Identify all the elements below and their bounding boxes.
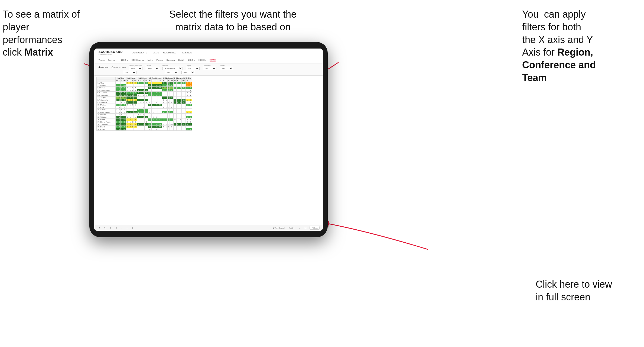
table-row: 2. L Clanton 2-16 01013 101-6 22 xyxy=(97,84,192,87)
table-row: 11. M Ege 010 010 0104 xyxy=(97,106,192,109)
row-name: 5. M La Sasso xyxy=(97,92,116,94)
conference-label: Conference xyxy=(203,65,216,66)
undo-button[interactable]: ↺ xyxy=(97,226,101,229)
screen-content: SCOREBOARD Powered by clippd TOURNAMENTS… xyxy=(94,49,323,231)
row-name: 17. S De La Fuente xyxy=(97,121,116,123)
h-d1: Dif xyxy=(123,79,126,82)
settings-button[interactable]: ⚙ xyxy=(131,226,134,229)
h-w3: W xyxy=(137,79,140,82)
players-label: Players xyxy=(220,65,233,66)
h-l4: L xyxy=(152,79,155,82)
h-d6: Dif xyxy=(181,79,186,82)
expand-button[interactable]: ⤢ xyxy=(298,226,301,229)
tab-h2h-heatmap[interactable]: H2H Heatmap xyxy=(131,58,144,62)
table-row: 15. P Maichon 11 11-19 4101 -722 22 xyxy=(97,116,192,118)
h-w4: W xyxy=(148,79,152,82)
refresh-button[interactable]: ⟳ xyxy=(109,226,112,229)
row-name: 2. L Clanton xyxy=(97,84,116,87)
tab-teams[interactable]: Teams xyxy=(99,58,105,62)
share-button[interactable]: ↗ Share xyxy=(310,226,320,230)
annotation-top-right-text: You can applyfilters for boththe X axis … xyxy=(522,9,596,83)
h-w2: W xyxy=(126,79,129,82)
col-3-koivun: 3. J Koivun xyxy=(137,77,148,79)
annotation-bottom-right-text: Click here to viewin full screen xyxy=(536,279,612,303)
col-2-clanton: 2. L Clanton xyxy=(126,77,137,79)
nav-tournaments[interactable]: TOURNAMENTS xyxy=(130,51,147,54)
table-row: 12. M Riedel 110-6 1101 xyxy=(97,109,192,111)
h-t6: T xyxy=(179,79,181,82)
table-row: 8. P Summerhays 521-48 220-16 01 -11 12 xyxy=(97,99,192,101)
tab-h2hh[interactable]: H2H H... xyxy=(199,58,206,62)
filter-full-view[interactable]: Full View xyxy=(99,66,108,68)
annotation-top-left: To see a matrix ofplayer performancescli… xyxy=(3,8,89,59)
matrix-container[interactable]: 1. W Ding 2. L Clanton 3. J Koivun 4. M … xyxy=(94,76,323,225)
conference-select[interactable]: (All) xyxy=(203,67,216,70)
gender-label: Gender xyxy=(146,65,159,66)
players-select[interactable]: (All) xyxy=(220,67,233,70)
h-d5: Dif xyxy=(170,79,173,82)
view-original-button[interactable]: ◉ View: Original xyxy=(272,226,286,229)
division-label: Division xyxy=(162,65,183,66)
region-select[interactable]: N/A xyxy=(186,67,200,70)
filter-region-2: N/A xyxy=(123,71,136,74)
table-row: 1. W Ding 12011 1100 -2 12017 0010 02 xyxy=(97,82,192,84)
zoom-out-button[interactable]: − xyxy=(126,227,129,229)
nav-committee[interactable]: COMMITTEE xyxy=(163,51,176,54)
tab-detail[interactable]: Detail xyxy=(178,58,184,62)
table-row: 9. N Gabrelcik 00 9 010 0101 0111 1001 1 xyxy=(97,101,192,104)
row-name: 8. P Summerhays xyxy=(97,99,116,101)
conference-select-2[interactable]: (All) xyxy=(165,71,178,74)
row-name: 10. B Valdes xyxy=(97,104,116,106)
matrix-corner-header xyxy=(97,77,116,79)
logo-title: SCOREBOARD xyxy=(99,50,123,53)
row-name: 13. J Skov Olesen xyxy=(97,111,116,114)
tab-summary2[interactable]: Summary xyxy=(166,58,175,62)
filter-row-2: N/A (All) (All) xyxy=(99,71,318,74)
tab-matrix-active[interactable]: Matrix xyxy=(210,58,216,62)
table-row: 10. B Valdes 1101 0101 01011 11 xyxy=(97,104,192,106)
tab-players[interactable]: Players xyxy=(156,58,163,62)
row-name: 14. J Lundin xyxy=(97,114,116,116)
region-select-2[interactable]: N/A xyxy=(123,71,136,74)
tab-h2h-grid[interactable]: H2H Grid xyxy=(120,58,128,62)
row-name: 4. M Thorbjornsen xyxy=(97,89,116,92)
filter-gender: Gender Men's xyxy=(146,65,159,70)
filter-compact-view[interactable]: Compact View xyxy=(112,66,126,68)
h-t2: T xyxy=(131,79,134,82)
redo-button[interactable]: ↻ xyxy=(103,226,107,229)
annotation-bold-filters: Region,Conference andTeam xyxy=(522,47,596,83)
tab-h2h-grid2[interactable]: H2H Grid xyxy=(187,58,195,62)
tablet-device: SCOREBOARD Powered by clippd TOURNAMENTS… xyxy=(89,42,328,237)
players-select-2[interactable]: (All) xyxy=(181,71,195,74)
table-row: 5. M La Sasso 1006 2006 11014 1106 01 xyxy=(97,92,192,94)
nav-rankings[interactable]: RANKINGS xyxy=(181,51,192,54)
annotation-top-center: Select the filters you want the matrix d… xyxy=(162,8,303,34)
row-name: 18. C Sherwood xyxy=(97,123,116,126)
table-row: 4. M Thorbjornsen 1011 1010 1010 110-6 1 xyxy=(97,89,192,92)
h-t3: T xyxy=(142,79,144,82)
row-name: 12. M Riedel xyxy=(97,109,116,111)
radio-full-view-dot xyxy=(99,66,100,68)
filter-division: Division NCAA Division I xyxy=(162,65,183,70)
division-select[interactable]: NCAA Division I xyxy=(162,67,183,70)
nav-teams[interactable]: TEAMS xyxy=(151,51,159,54)
watch-button[interactable]: Watch ▾ xyxy=(288,226,296,229)
annotation-top-left-text: To see a matrix ofplayer performancescli… xyxy=(3,9,80,58)
logo-subtitle: Powered by clippd xyxy=(99,53,123,55)
col-1-ding: 1. W Ding xyxy=(116,77,126,79)
tab-summary[interactable]: Summary xyxy=(108,58,116,62)
zoom-in-button[interactable]: + xyxy=(120,227,123,229)
zoom-fit-button[interactable]: ⊞ xyxy=(115,226,118,229)
h-l7: L xyxy=(189,79,192,82)
h-l1: L xyxy=(118,79,121,82)
table-row: 7. G Sargent 200-15 220-15 03 xyxy=(97,97,192,99)
matrix-table: 1. W Ding 2. L Clanton 3. J Koivun 4. M … xyxy=(96,77,192,131)
tab-matrix[interactable]: Matrix xyxy=(148,58,153,62)
fullscreen-button[interactable]: ⛶ xyxy=(304,227,307,229)
share-label: Share xyxy=(313,227,318,229)
col-7-sa: 7. G Sa xyxy=(186,77,192,79)
gender-select[interactable]: Men's xyxy=(146,67,159,70)
share-icon: ↗ xyxy=(311,227,313,229)
bottom-toolbar: ↺ ↻ ⟳ ⊞ + − ⚙ ◉ View: Original Watch ▾ ⤢… xyxy=(94,225,323,231)
max-players-select[interactable]: Top 25 xyxy=(129,67,142,70)
